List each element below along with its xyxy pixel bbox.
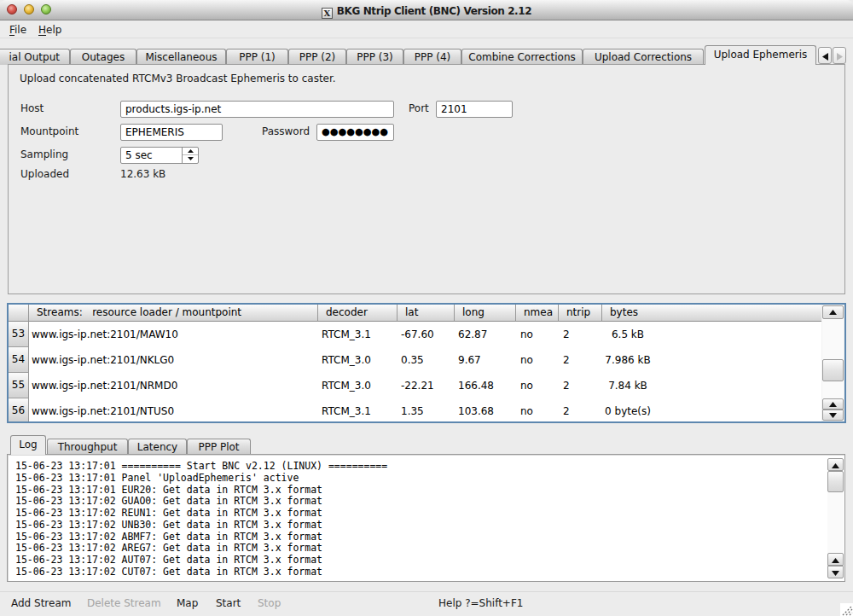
scroll-down-button[interactable]: [827, 566, 844, 578]
row-header-56[interactable]: 56: [9, 398, 29, 421]
cell-stream: www.igs-ip.net:2101/NRMD0: [29, 373, 318, 398]
cell-nmea: no: [516, 398, 559, 421]
tab-ppp-3[interactable]: PPP (3): [346, 49, 403, 65]
window-title: BKG Ntrip Client (BNC) Version 2.12: [337, 5, 531, 17]
table-row[interactable]: www.igs-ip.net:2101/NKLG0 RTCM_3.0 0.35 …: [29, 347, 821, 373]
menu-help[interactable]: Help: [38, 21, 61, 38]
scroll-down-button[interactable]: [822, 410, 844, 421]
log-tab-bar: Log Throughput Latency PPP Plot: [0, 431, 853, 455]
help-shortcut-text: Help ?=Shift+F1: [438, 597, 523, 609]
col-header-nmea[interactable]: nmea: [516, 305, 559, 322]
tab-latency[interactable]: Latency: [128, 439, 187, 455]
uploaded-label: Uploaded: [20, 168, 69, 180]
scroll-up-button[interactable]: [827, 458, 844, 471]
password-input[interactable]: ●●●●●●●●: [316, 124, 394, 141]
down-arrow-icon: [829, 413, 837, 418]
col-header-decoder[interactable]: decoder: [318, 305, 397, 322]
cell-decoder: RTCM_3.1: [318, 398, 397, 421]
tab-scroll-right-button[interactable]: [833, 47, 846, 64]
x11-app-icon: X: [322, 8, 333, 19]
tab-upload-ephemeris[interactable]: Upload Ephemeris: [705, 45, 816, 65]
app-window: XBKG Ntrip Client (BNC) Version 2.12 Fil…: [0, 0, 853, 616]
log-lines: 15-06-23 13:17:01 ========== Start BNC v…: [15, 461, 387, 578]
mountpoint-input[interactable]: EPHEMERIS: [120, 124, 223, 141]
cell-stream: www.igs-ip.net:2101/MAW10: [29, 322, 318, 347]
up-arrow-icon: [829, 402, 837, 407]
cell-decoder: RTCM_3.0: [318, 347, 397, 373]
uploaded-value: 12.63 kB: [120, 168, 165, 180]
stop-button[interactable]: Stop: [258, 597, 281, 609]
table-row[interactable]: www.igs-ip.net:2101/MAW10 RTCM_3.1 -67.6…: [29, 322, 821, 347]
up-arrow-icon: [832, 463, 839, 468]
col-header-ntrip[interactable]: ntrip: [559, 305, 602, 322]
resize-grip[interactable]: [840, 603, 853, 616]
cell-long: 166.48: [455, 373, 516, 398]
tab-throughput[interactable]: Throughput: [47, 439, 128, 455]
delete-stream-button[interactable]: Delete Stream: [87, 597, 161, 609]
tab-scroll-left-button[interactable]: [818, 47, 832, 64]
map-button[interactable]: Map: [177, 597, 198, 609]
host-label: Host: [20, 102, 44, 114]
col-header-lat[interactable]: lat: [397, 305, 455, 322]
sampling-spinbox[interactable]: 5 sec: [120, 147, 199, 164]
row-header-53[interactable]: 53: [9, 322, 29, 347]
up-arrow-icon: [829, 310, 837, 315]
col-header-long[interactable]: long: [455, 305, 516, 322]
tab-ppp-plot[interactable]: PPP Plot: [187, 439, 251, 455]
row-header-54[interactable]: 54: [9, 347, 29, 373]
down-arrow-icon: [832, 571, 839, 576]
scrollbar-thumb[interactable]: [822, 359, 844, 381]
spin-down-button[interactable]: [183, 155, 199, 163]
row-header-55[interactable]: 55: [9, 373, 29, 398]
tab-ppp-1[interactable]: PPP (1): [226, 49, 288, 65]
scroll-up-button-2[interactable]: [827, 553, 844, 566]
scroll-up-button-2[interactable]: [822, 398, 844, 410]
tab-upload-corrections[interactable]: Upload Corrections: [583, 49, 704, 65]
cell-ntrip: 2: [559, 347, 602, 373]
up-arrow-icon: [832, 558, 839, 563]
cell-lat: 0.35: [397, 347, 455, 373]
add-stream-button[interactable]: Add Stream: [11, 597, 71, 609]
port-label: Port: [409, 102, 429, 114]
host-input[interactable]: products.igs-ip.net: [120, 101, 394, 118]
tab-combine-corrections[interactable]: Combine Corrections: [461, 49, 583, 65]
cell-lat: 1.35: [397, 398, 455, 421]
table-vertical-scrollbar[interactable]: [821, 305, 844, 421]
log-vertical-scrollbar[interactable]: [827, 458, 844, 578]
tab-ppp-4[interactable]: PPP (4): [403, 49, 461, 65]
cell-nmea: no: [516, 322, 559, 347]
right-arrow-icon: [837, 53, 843, 61]
tab-ppp-2[interactable]: PPP (2): [288, 49, 346, 65]
streams-table: Streams: resource loader / mountpoint de…: [7, 303, 846, 423]
table-row[interactable]: www.igs-ip.net:2101/NRMD0 RTCM_3.0 -22.2…: [29, 373, 821, 398]
port-input[interactable]: 2101: [436, 101, 513, 118]
password-label: Password: [262, 125, 310, 137]
up-arrow-icon: [188, 149, 194, 153]
spin-up-button[interactable]: [183, 148, 199, 155]
scroll-up-button[interactable]: [822, 305, 844, 319]
col-header-bytes[interactable]: bytes: [602, 305, 821, 322]
start-button[interactable]: Start: [216, 597, 241, 609]
cell-ntrip: 2: [559, 373, 602, 398]
cell-bytes: 7.84 kB: [602, 373, 653, 398]
tab-miscellaneous[interactable]: Miscellaneous: [136, 49, 226, 65]
menu-file[interactable]: File: [9, 21, 26, 38]
cell-lat: -67.60: [397, 322, 455, 347]
col-header-streams[interactable]: Streams: resource loader / mountpoint: [29, 305, 318, 322]
table-viewport: Streams: resource loader / mountpoint de…: [9, 305, 844, 421]
spin-buttons: [182, 148, 198, 163]
title-group: XBKG Ntrip Client (BNC) Version 2.12: [0, 0, 853, 20]
log-output[interactable]: 15-06-23 13:17:01 ========== Start BNC v…: [7, 454, 845, 582]
table-row[interactable]: www.igs-ip.net:2101/NTUS0 RTCM_3.1 1.35 …: [29, 398, 821, 421]
resize-grip-icon: [840, 603, 853, 616]
left-arrow-icon: [822, 53, 828, 61]
cell-bytes: 7.986 kB: [602, 347, 653, 373]
tab-serial-output[interactable]: ial Output: [0, 49, 70, 65]
tab-outages[interactable]: Outages: [70, 49, 136, 65]
menu-bar: File Help: [0, 21, 853, 38]
cell-long: 62.87: [455, 322, 516, 347]
status-bar: Add Stream Delete Stream Map Start Stop …: [0, 591, 853, 616]
title-bar: XBKG Ntrip Client (BNC) Version 2.12: [0, 0, 853, 20]
scrollbar-thumb[interactable]: [827, 471, 844, 492]
tab-log[interactable]: Log: [10, 435, 46, 455]
